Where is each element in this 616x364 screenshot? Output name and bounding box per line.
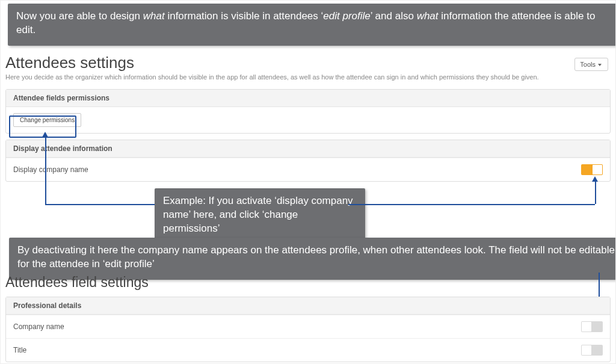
panel-professional-details: Professional details Company name Title [5,297,611,362]
arrow-up-icon [592,176,598,182]
callout-top: Now you are able to design what informat… [8,4,616,46]
panel-attendee-fields-permissions: Attendee fields permissions Change permi… [5,89,611,134]
row-title: Title [6,338,610,362]
toggle-display-company-name[interactable] [581,164,603,175]
toggle-thumb [582,322,591,332]
callout-bottom: By deactivating it here the company name… [9,238,616,280]
callout-middle: Example: If you activate ‘display compan… [155,188,365,244]
connector-line [45,204,155,205]
panel-display-attendee-information: Display attendee information Display com… [5,140,611,182]
row-company-name: Company name [6,315,610,338]
toggle-title[interactable] [581,345,603,356]
attendees-settings-section: Attendees settings Here you decide as th… [5,54,611,188]
attendees-field-settings-section: Attendees field settings Professional de… [5,274,611,364]
panel-header: Display attendee information [6,140,610,158]
change-permissions-button[interactable]: Change permissions [13,113,81,127]
arrow-up-icon [42,132,48,137]
page-title: Attendees field settings [5,274,611,291]
row-display-company-name: Display company name [6,158,610,181]
connector-line [45,137,46,204]
toggle-thumb [582,345,591,355]
page-subtitle: Here you decide as the organizer which i… [5,73,611,81]
toggle-company-name[interactable] [581,321,603,332]
panel-header: Attendee fields permissions [6,90,610,107]
row-label: Company name [13,322,64,331]
connector-line [595,181,596,204]
row-label: Title [13,346,26,354]
row-label: Display company name [13,165,88,174]
toggle-thumb [593,165,602,174]
page-title: Attendees settings [5,54,611,72]
panel-header: Professional details [6,297,610,315]
connector-line [348,204,595,205]
page-root: Now you are able to design what informat… [0,0,616,364]
